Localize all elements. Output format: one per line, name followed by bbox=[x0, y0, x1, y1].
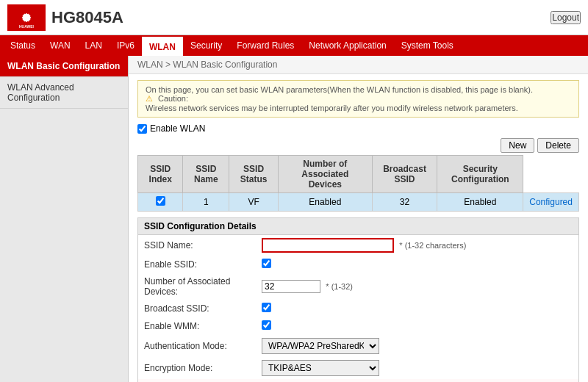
notice-line1: On this page, you can set basic WLAN par… bbox=[146, 85, 571, 94]
broadcast-ssid-label: Broadcast SSID: bbox=[138, 300, 256, 317]
col-broadcast-ssid: Broadcast SSID bbox=[372, 156, 437, 193]
nav-security[interactable]: Security bbox=[183, 35, 229, 56]
col-ssid-index: SSID Index bbox=[138, 156, 183, 193]
table-row[interactable]: 1 VF Enabled 32 Enabled Configured bbox=[138, 193, 579, 212]
enable-wlan-row: Enable WLAN bbox=[137, 123, 579, 134]
assoc-devices-input[interactable] bbox=[262, 280, 320, 293]
auth-mode-row: Authentication Mode: WPA/WPA2 PreSharedK… bbox=[138, 335, 578, 357]
notice-box: On this page, you can set basic WLAN par… bbox=[137, 80, 579, 118]
main-panel: WLAN > WLAN Basic Configuration On this … bbox=[129, 56, 588, 382]
model-name: HG8045A bbox=[51, 8, 123, 27]
nav-lan[interactable]: LAN bbox=[78, 35, 110, 56]
nav-status[interactable]: Status bbox=[3, 35, 43, 56]
nav-ipv6[interactable]: IPv6 bbox=[110, 35, 142, 56]
main-nav: Status WAN LAN IPv6 WLAN Security Forwar… bbox=[0, 35, 588, 56]
assoc-devices-row: Number of Associated Devices: * (1-32) bbox=[138, 273, 578, 300]
svg-text:HUAWEI: HUAWEI bbox=[19, 24, 35, 29]
sidebar-item-wlan-advanced[interactable]: WLAN Advanced Configuration bbox=[0, 77, 128, 109]
notice-line2: Wireless network services may be interru… bbox=[146, 104, 571, 112]
ssid-name-label: SSID Name: bbox=[138, 235, 256, 256]
page-header: HUAWEI HG8045A Logout bbox=[0, 0, 588, 35]
enc-mode-select[interactable]: TKIP&AES TKIP AES bbox=[262, 360, 379, 376]
ssid-name-input[interactable] bbox=[262, 238, 394, 253]
col-ssid-status: SSID Status bbox=[229, 156, 279, 193]
new-button[interactable]: New bbox=[501, 138, 534, 153]
sidebar: WLAN Basic Configuration WLAN Advanced C… bbox=[0, 56, 129, 382]
ssid-details-header: SSID Configuration Details bbox=[138, 218, 578, 235]
breadcrumb-text: WLAN > WLAN Basic Configuration bbox=[137, 60, 277, 70]
cell-devices: 32 bbox=[372, 193, 437, 212]
ssid-name-hint: * (1-32 characters) bbox=[399, 241, 466, 250]
enc-mode-label: Encryption Mode: bbox=[138, 357, 256, 379]
table-buttons: New Delete bbox=[137, 138, 579, 153]
enable-wmm-label: Enable WMM: bbox=[138, 317, 256, 335]
auth-mode-label: Authentication Mode: bbox=[138, 335, 256, 357]
content-area: WLAN Basic Configuration WLAN Advanced C… bbox=[0, 56, 588, 382]
nav-forward-rules[interactable]: Forward Rules bbox=[229, 35, 301, 56]
sidebar-item-wlan-basic[interactable]: WLAN Basic Configuration bbox=[0, 56, 128, 77]
wpa-key-label: WPA PreSharedKey: bbox=[138, 379, 256, 382]
ssid-config-details: SSID Configuration Details SSID Name: * … bbox=[137, 217, 579, 382]
ssid-form-table: SSID Name: * (1-32 characters) Enable SS… bbox=[138, 235, 578, 382]
assoc-devices-label1: Number of Associated bbox=[144, 276, 250, 286]
enable-wmm-row: Enable WMM: bbox=[138, 317, 578, 335]
nav-wlan[interactable]: WLAN bbox=[142, 35, 183, 56]
broadcast-ssid-row: Broadcast SSID: bbox=[138, 300, 578, 317]
col-security-config: Security Configuration bbox=[437, 156, 523, 193]
enc-mode-row: Encryption Mode: TKIP&AES TKIP AES bbox=[138, 357, 578, 379]
delete-button[interactable]: Delete bbox=[537, 138, 579, 153]
col-assoc-devices: Number of Associated Devices bbox=[278, 156, 372, 193]
assoc-devices-hint: * (1-32) bbox=[326, 282, 353, 291]
assoc-devices-label2: Devices: bbox=[144, 286, 250, 297]
enable-wmm-checkbox[interactable] bbox=[262, 320, 271, 330]
logo-area: HUAWEI HG8045A bbox=[7, 4, 123, 31]
ssid-table-area: New Delete SSID Index SSID Name SSID Sta… bbox=[137, 138, 579, 212]
enable-ssid-checkbox[interactable] bbox=[262, 259, 271, 268]
logout-button[interactable]: Logout bbox=[551, 11, 581, 24]
huawei-logo-icon: HUAWEI bbox=[7, 4, 46, 31]
cell-ssid-status: Enabled bbox=[278, 193, 372, 212]
notice-caution: ⚠ Caution: bbox=[146, 94, 571, 104]
nav-network-application[interactable]: Network Application bbox=[301, 35, 393, 56]
enable-ssid-label: Enable SSID: bbox=[138, 256, 256, 273]
enable-wlan-checkbox[interactable] bbox=[137, 124, 147, 134]
col-ssid-name: SSID Name bbox=[183, 156, 229, 193]
broadcast-ssid-checkbox[interactable] bbox=[262, 303, 271, 312]
auth-mode-select[interactable]: WPA/WPA2 PreSharedKey None WEP WPA WPA2 bbox=[262, 338, 379, 354]
cell-security: Configured bbox=[523, 193, 579, 212]
wpa-key-row: WPA PreSharedKey: Hide *(8-63 ASCII char… bbox=[138, 379, 578, 382]
cell-checkbox[interactable] bbox=[138, 193, 183, 212]
enable-ssid-row: Enable SSID: bbox=[138, 256, 578, 273]
breadcrumb: WLAN > WLAN Basic Configuration bbox=[129, 56, 588, 74]
enable-wlan-label: Enable WLAN bbox=[150, 123, 205, 134]
ssid-name-row: SSID Name: * (1-32 characters) bbox=[138, 235, 578, 256]
warning-icon: ⚠ bbox=[146, 94, 153, 103]
ssid-table: SSID Index SSID Name SSID Status Number … bbox=[137, 155, 579, 212]
cell-ssid-index: 1 bbox=[183, 193, 229, 212]
nav-system-tools[interactable]: System Tools bbox=[394, 35, 461, 56]
nav-wan[interactable]: WAN bbox=[43, 35, 78, 56]
cell-ssid-name: VF bbox=[229, 193, 279, 212]
cell-broadcast: Enabled bbox=[437, 193, 523, 212]
